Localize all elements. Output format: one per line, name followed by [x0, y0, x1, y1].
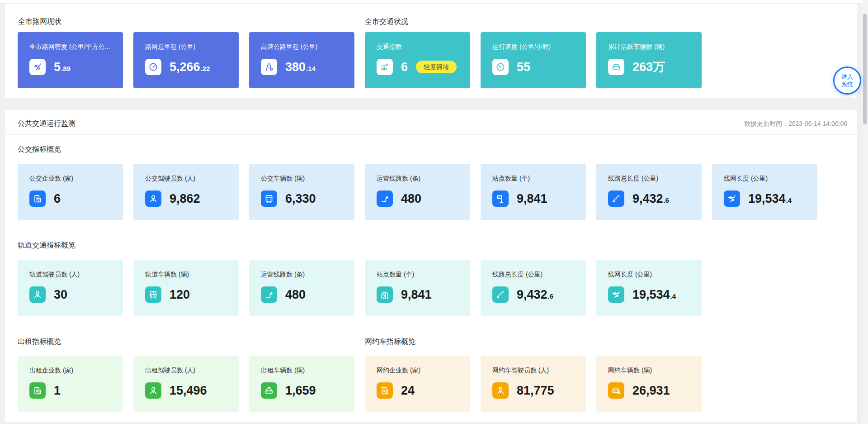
bus-stop-icon: [492, 191, 509, 207]
top-edge-strip: [0, 0, 868, 4]
stat-value: 19,534: [632, 288, 670, 301]
stat-label: 网约企业数 (家): [377, 366, 467, 375]
taxi-cards-row: 出租企业数 (家) 1 出租驾驶员数 (人) 15,496 出租车辆数 (辆) …: [18, 356, 354, 412]
stat-card-bus-stops: 站点数量 (个) 9,841: [481, 164, 586, 220]
trend-chart-icon: [377, 59, 393, 75]
company-icon: [29, 382, 46, 399]
driver-icon: [145, 382, 161, 399]
driver-icon: [29, 286, 46, 303]
stat-card-bus-route-length: 线路总长度 (公里) 9,432.6: [596, 164, 702, 220]
enter-system-label-line2: 系统: [841, 81, 853, 88]
stat-card-taxi-drivers: 出租驾驶员数 (人) 15,496: [133, 356, 239, 412]
stat-label: 线网长度 (公里): [724, 174, 814, 183]
ride-hailing-cards-row: 网约企业数 (家) 24 网约车驾驶员数 (人) 81,775 网约车辆数 (辆…: [365, 356, 702, 412]
stat-value: 26,931: [632, 384, 670, 397]
stat-label: 站点数量 (个): [492, 174, 582, 183]
stat-value: 380: [285, 60, 306, 74]
stat-label: 轨道驾驶员数 (人): [29, 270, 119, 279]
stat-label: 路网总里程 (公里): [145, 43, 235, 51]
stat-label: 交通指数: [377, 43, 467, 51]
stat-value: 263万: [632, 60, 665, 74]
overview-panel: 全市路网现状 全市交通状况 全市路网密度 (公里/平方公... 5.89 路网总…: [5, 4, 857, 98]
stat-label: 运行速度 (公里/小时): [492, 43, 582, 51]
enter-system-label-line1: 进入: [841, 73, 853, 81]
stat-card-ride-drivers: 网约车驾驶员数 (人) 81,775: [481, 356, 586, 412]
stat-value: 1: [54, 384, 61, 397]
stat-value: 9,841: [401, 288, 432, 301]
stat-card-rail-lines: 运营线路数 (条) 480: [249, 260, 354, 316]
stat-value: 19,534: [748, 192, 786, 205]
metro-icon: [145, 286, 161, 303]
stat-label: 公交车辆数 (辆): [261, 174, 351, 183]
congestion-badge: 轻度拥堵: [416, 61, 457, 73]
driver-icon: [145, 191, 161, 207]
stat-label: 累计活跃车辆数 (辆): [608, 43, 698, 51]
stat-value-decimal: .89: [61, 65, 71, 72]
stat-card-rail-stations: 站点数量 (个) 9,841: [365, 260, 470, 316]
highway-icon: [261, 59, 277, 75]
stat-card-bus-companies: 公交企业数 (家) 6: [18, 164, 123, 220]
scrollbar-track[interactable]: [862, 0, 868, 424]
stat-value: 6: [54, 192, 61, 205]
stat-card-rail-route-length: 线路总长度 (公里) 9,432.6: [481, 260, 586, 316]
stat-label: 站点数量 (个): [377, 270, 467, 279]
scrollbar-thumb[interactable]: [863, 14, 867, 124]
stat-value-decimal: .4: [786, 196, 792, 204]
section-title-traffic-status: 全市交通状况: [365, 18, 408, 26]
stat-value: 81,775: [517, 384, 554, 397]
stat-card-rail-drivers: 轨道驾驶员数 (人) 30: [18, 260, 123, 316]
section-title-road-network: 全市路网现状: [18, 18, 61, 26]
stat-card-traffic-index: 交通指数 6 轻度拥堵: [365, 32, 470, 88]
stat-value-decimal: .6: [548, 292, 554, 300]
stat-card-bus-lines: 运营线路数 (条) 480: [365, 164, 470, 220]
stat-card-rail-network-length: 线网长度 (公里) 19,534.4: [596, 260, 702, 316]
bus-cards-row: 公交企业数 (家) 6 公交驾驶员数 (人) 9,862 公交车辆数 (辆) 6…: [18, 164, 817, 220]
stat-value: 55: [517, 60, 530, 74]
company-icon: [29, 191, 46, 207]
monitor-panel: 公共交通运行监测 数据更新时间：2023-06-14 14:00:00 公交指标…: [5, 110, 857, 422]
stat-card-running-speed: 运行速度 (公里/小时) 55: [481, 32, 586, 88]
gauge-icon: [145, 59, 161, 75]
stat-card-taxi-vehicles: 出租车辆数 (辆) 1,659: [249, 356, 354, 412]
section-title-taxi: 出租指标概览: [18, 338, 61, 346]
stat-value: 9,432: [632, 192, 663, 205]
stat-value: 480: [285, 288, 306, 301]
stat-value: 1,659: [285, 384, 316, 397]
road-network-icon: [29, 59, 46, 75]
road-network-icon: [608, 286, 624, 303]
stat-value-decimal: .4: [670, 292, 676, 300]
stat-card-road-density: 全市路网密度 (公里/平方公... 5.89: [18, 32, 123, 88]
driver-icon: [492, 382, 509, 399]
station-icon: [377, 286, 393, 303]
stat-label: 出租驾驶员数 (人): [145, 366, 235, 375]
route-icon: [377, 191, 393, 207]
car-icon: [608, 59, 624, 75]
stat-value: 9,841: [517, 192, 547, 205]
stat-value-decimal: .6: [664, 196, 670, 204]
stat-card-rail-vehicles: 轨道车辆数 (辆) 120: [133, 260, 239, 316]
stat-value-decimal: .22: [201, 65, 210, 72]
company-icon: [377, 382, 393, 399]
stat-value: 9,862: [170, 192, 200, 205]
monitor-panel-title: 公共交通运行监测: [18, 119, 75, 129]
taxi-icon: [261, 382, 277, 399]
stat-value: 30: [54, 288, 67, 301]
speedometer-icon: [492, 59, 509, 75]
stat-label: 高速公路里程 (公里): [261, 43, 351, 51]
stat-label: 线路总长度 (公里): [492, 270, 582, 279]
stat-value: 9,432: [517, 288, 547, 301]
stat-value-decimal: .14: [306, 65, 316, 72]
stat-value: 24: [401, 384, 415, 397]
section-title-rail: 轨道交通指标概览: [18, 241, 75, 249]
enter-system-button[interactable]: 进入 系统: [833, 67, 861, 95]
stat-label: 线网长度 (公里): [608, 270, 698, 279]
route-length-icon: [492, 286, 509, 303]
stat-label: 运营线路数 (条): [261, 270, 351, 279]
stat-label: 轨道车辆数 (辆): [145, 270, 235, 279]
stat-label: 线路总长度 (公里): [608, 174, 698, 183]
stat-card-ride-vehicles: 网约车辆数 (辆) 26,931: [596, 356, 702, 412]
stat-label: 公交企业数 (家): [29, 174, 119, 183]
header-divider: [5, 134, 857, 135]
stat-label: 公交驾驶员数 (人): [145, 174, 235, 183]
stat-value: 120: [170, 288, 190, 301]
